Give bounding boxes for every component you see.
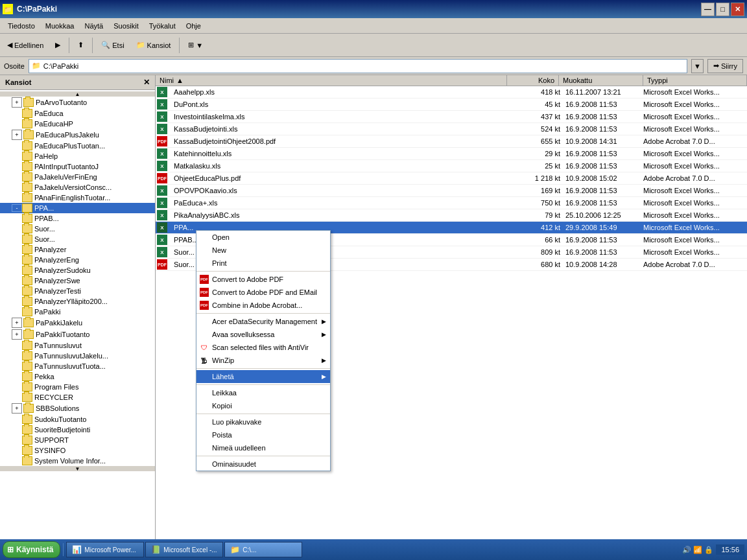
folder-pajakelu[interactable]: PaJakeluVerFinEng: [0, 172, 155, 182]
folder-paeducahp[interactable]: PaEducaHP: [0, 119, 155, 129]
folder-patunnusluvutjakelu[interactable]: PaTunnusluvutJakelu...: [0, 351, 155, 361]
folder-paeduca[interactable]: PaEduca: [0, 108, 155, 119]
ctx-antivir[interactable]: 🛡 Scan selected files with AntiVir: [196, 341, 330, 354]
folder-panalyzer[interactable]: PAnalyzer: [0, 244, 155, 255]
folder-suor2[interactable]: Suor...: [0, 234, 155, 244]
folder-icon: [22, 415, 32, 424]
ctx-ominaisuudet[interactable]: Ominaisuudet: [196, 458, 330, 471]
scroll-down[interactable]: ▼: [0, 466, 155, 471]
folder-panalyzerswe[interactable]: PAnalyzerSwe: [0, 275, 155, 286]
file-row[interactable]: X Investointilaskelma.xls 437 kt 16.9.20…: [156, 111, 747, 123]
start-button[interactable]: ⊞ Käynnistä: [3, 541, 60, 558]
folder-sysinfo[interactable]: SYSINFO: [0, 445, 155, 456]
file-row[interactable]: X KassaBudjetointi.xls 524 kt 16.9.2008 …: [156, 123, 747, 135]
file-row[interactable]: X PikaAnalyysiABC.xls 79 kt 25.10.2006 1…: [156, 209, 747, 222]
minimize-button[interactable]: —: [701, 3, 715, 16]
file-row[interactable]: PDF OhjeetEducaPlus.pdf 1 218 kt 10.9.20…: [156, 172, 747, 185]
col-type[interactable]: Tyyppi: [643, 75, 747, 86]
ctx-open[interactable]: Open: [196, 231, 330, 244]
folder-support[interactable]: SUPPORT: [0, 435, 155, 445]
ctx-poista[interactable]: Poista: [196, 428, 330, 441]
folder-systemvolume[interactable]: System Volume Infor...: [0, 456, 155, 466]
ctx-acer[interactable]: Acer eDataSecurity Management: [196, 315, 330, 328]
file-row[interactable]: X Katehinnoittelu.xls 29 kt 16.9.2008 11…: [156, 148, 747, 160]
folder-panafin[interactable]: PAnaFinEnglishTuotar...: [0, 192, 155, 203]
go-button[interactable]: ➡ Siirry: [707, 59, 743, 73]
expand-icon[interactable]: +: [12, 97, 22, 108]
folder-suoritebudjetointi[interactable]: SuoriteBudjetointi: [0, 425, 155, 435]
expand-icon[interactable]: +: [12, 403, 22, 414]
folder-papakkijakelu[interactable]: + PaPakkiJakelu: [0, 317, 155, 329]
menu-tiedosto[interactable]: Tiedosto: [3, 21, 40, 31]
folder-panalyzereng[interactable]: PAnalyzerEng: [0, 255, 155, 265]
menu-tyokalut[interactable]: Työkalut: [144, 21, 181, 31]
file-row[interactable]: X OPOVPOKaavio.xls 169 kt 16.9.2008 11:5…: [156, 185, 747, 197]
ctx-print[interactable]: Print: [196, 257, 330, 270]
folder-panalyzersudoku[interactable]: PAnalyzerSudoku: [0, 265, 155, 275]
ctx-separator: [196, 313, 330, 314]
folder-pahelp[interactable]: PaHelp: [0, 151, 155, 161]
taskbar-powerpoint[interactable]: 📊 Microsoft Power...: [66, 542, 144, 557]
ctx-luo-pikakuvake[interactable]: Luo pikakuvake: [196, 415, 330, 428]
file-row[interactable]: X DuPont.xls 45 kt 16.9.2008 11:53 Micro…: [156, 99, 747, 111]
address-dropdown-icon[interactable]: ▼: [691, 59, 704, 73]
taskbar-excel[interactable]: 📗 Microsoft Excel -...: [145, 542, 223, 557]
folder-pajakelu2[interactable]: PaJakeluVersiotConsc...: [0, 182, 155, 192]
folder-paeducaplustuotanto[interactable]: PaEducaPlusTuotan...: [0, 141, 155, 151]
expand-icon[interactable]: -: [12, 204, 22, 212]
ctx-kopioi[interactable]: Kopioi: [196, 399, 330, 412]
folders-button[interactable]: 📁 Kansiot: [132, 36, 176, 54]
folder-patunnusluvuttuotanto[interactable]: PaTunnusluvutTuota...: [0, 361, 155, 371]
expand-icon[interactable]: +: [12, 318, 22, 328]
expand-icon[interactable]: +: [12, 130, 22, 140]
file-row[interactable]: X Matkalasku.xls 25 kt 16.9.2008 11:53 M…: [156, 160, 747, 172]
folder-patunnusluvut[interactable]: PaTunnusluvut: [0, 340, 155, 351]
ctx-open-with[interactable]: Avaa sovelluksessa: [196, 328, 330, 341]
folder-sbbsolutions[interactable]: + SBBSolutions: [0, 402, 155, 414]
close-button[interactable]: ✕: [731, 3, 744, 16]
ctx-convert-pdf-email[interactable]: PDF Convert to Adobe PDF and EMail: [196, 286, 330, 299]
expand-icon[interactable]: +: [12, 329, 22, 340]
folder-papakki[interactable]: PaPakki: [0, 307, 155, 317]
folder-paintinput[interactable]: PAIntInputTuotantoJ: [0, 161, 155, 172]
menu-muokkaa[interactable]: Muokkaa: [40, 21, 80, 31]
folder-suor1[interactable]: Suor...: [0, 224, 155, 234]
file-row[interactable]: X PaEduca+.xls 750 kt 16.9.2008 11:53 Mi…: [156, 197, 747, 209]
ctx-leikkaa[interactable]: Leikkaa: [196, 386, 330, 399]
maximize-button[interactable]: □: [716, 3, 729, 16]
col-size[interactable]: Koko: [507, 75, 559, 86]
ctx-laheta[interactable]: Lähetä: [196, 370, 330, 383]
file-row[interactable]: X Aaahelpp.xls 418 kt 16.11.2007 13:21 M…: [156, 86, 747, 99]
folder-paarvotuotanto[interactable]: + PaArvoTuotanto: [0, 97, 155, 108]
folder-sudoku[interactable]: SudokuTuotanto: [0, 414, 155, 425]
folder-panalyzertesti[interactable]: PAnalyzerTesti: [0, 286, 155, 296]
folder-programfiles[interactable]: Program Files: [0, 382, 155, 392]
search-button[interactable]: 🔍 Etsi: [97, 36, 128, 54]
menu-nayta[interactable]: Näytä: [79, 21, 108, 31]
back-button[interactable]: ◀ Edellinen: [3, 36, 48, 54]
taskbar-explorer[interactable]: 📁 C:\...: [224, 542, 302, 557]
ctx-nimea[interactable]: Nimeä uudelleen: [196, 441, 330, 454]
folder-pekka[interactable]: Pekka: [0, 371, 155, 382]
sidebar-close-button[interactable]: ✕: [143, 78, 150, 87]
ctx-winzip[interactable]: 🗜 WinZip: [196, 354, 330, 367]
folder-panalyzeryllapito[interactable]: PAnalyzerYlläpito200...: [0, 296, 155, 307]
folder-ppab[interactable]: PPAB...: [0, 213, 155, 224]
col-name[interactable]: Nimi ▲: [156, 75, 507, 86]
views-button[interactable]: ⊞ ▼: [184, 36, 208, 54]
scroll-up[interactable]: ▲: [0, 91, 155, 97]
ctx-convert-pdf[interactable]: PDF Convert to Adobe PDF: [196, 273, 330, 286]
menu-ohje[interactable]: Ohje: [181, 21, 206, 31]
forward-button[interactable]: ▶: [51, 36, 65, 54]
ctx-new[interactable]: New: [196, 244, 330, 257]
menu-suosikit[interactable]: Suosikit: [108, 21, 144, 31]
up-button[interactable]: ⬆: [73, 36, 88, 54]
folder-ppa[interactable]: - PPA...: [0, 203, 155, 213]
address-input[interactable]: 📁 C:\PaPakki: [29, 59, 687, 73]
folder-recycler[interactable]: RECYCLER: [0, 392, 155, 402]
file-row[interactable]: PDF KassaBudjetointiOhjeet2008.pdf 655 k…: [156, 135, 747, 148]
col-date[interactable]: Muokattu: [559, 75, 643, 86]
folder-papakkituotanto[interactable]: + PaPakkiTuotanto: [0, 329, 155, 340]
folder-paeducaplusjakelu[interactable]: + PaEducaPlusJakelu: [0, 129, 155, 141]
ctx-combine-acrobat[interactable]: PDF Combine in Adobe Acrobat...: [196, 299, 330, 312]
